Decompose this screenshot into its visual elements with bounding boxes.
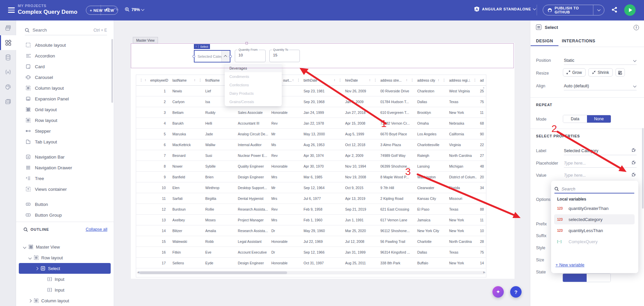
grow-button[interactable]: Grow <box>563 68 586 77</box>
tab-interactions[interactable]: INTERACTIONS <box>562 39 595 43</box>
table-row[interactable]: 5MaruskaJadeAnalog Circuit De...MrMay 13… <box>136 129 486 139</box>
publish-button[interactable]: PUBLISH TO GITHUB <box>543 5 604 15</box>
select-caret-button[interactable] <box>221 51 230 62</box>
sort-icon[interactable]: ↑ <box>438 78 439 82</box>
new-variable-link[interactable]: + New variable <box>555 262 584 267</box>
table-horizontal-scrollbar[interactable]: ◀ ▶ <box>137 271 486 274</box>
selection-handle-right[interactable] <box>229 55 232 58</box>
column-header-address stre...[interactable]: address stre... <box>380 75 414 86</box>
sort-icon[interactable]: ↑ <box>194 78 196 82</box>
label-input[interactable]: Selected Category <box>564 148 637 155</box>
outline-node-select[interactable]: Select <box>19 263 111 274</box>
redo-icon[interactable]: ↷ <box>114 7 118 13</box>
sort-icon[interactable]: ↑ <box>292 78 294 82</box>
rail-item-assets[interactable] <box>0 94 16 109</box>
option-grains-cereals[interactable]: Grains/Cereals <box>225 97 282 106</box>
column-menu-icon[interactable]: ⋮ <box>442 78 446 82</box>
new-view-button[interactable]: + NEW VIEW <box>86 6 118 15</box>
table-row[interactable]: 14BlitzerAmaliaResearch Assista...DrMay … <box>136 225 486 236</box>
rail-item-pages[interactable] <box>0 20 16 35</box>
sort-icon[interactable]: ↑ <box>369 78 371 82</box>
view-tab[interactable]: Master View <box>133 37 158 43</box>
variable-search[interactable]: Search <box>554 185 634 193</box>
component-item-card[interactable]: Card <box>16 61 114 72</box>
column-header-birthDate[interactable]: birthDate <box>304 75 342 86</box>
rail-item-theme[interactable] <box>0 80 16 94</box>
sort-icon[interactable]: ↑ <box>334 78 335 82</box>
help-button[interactable]: ? <box>510 286 522 298</box>
column-menu-icon[interactable]: ⋮ <box>297 78 300 82</box>
table-row[interactable]: 17SellensEydeDesign EngineerHonorableOct… <box>136 258 486 268</box>
outline-node-row-layout[interactable]: Row layout <box>16 252 114 263</box>
option-confections[interactable]: Confections <box>225 81 282 89</box>
sort-icon[interactable]: ↑ <box>469 78 470 82</box>
table-row[interactable]: 1NewisLiefSep 23, 1981Nov 26, 200900 Riv… <box>136 86 486 96</box>
component-search[interactable]: Search Ctrl + E <box>25 25 107 35</box>
ai-assistant-button[interactable]: ✦ <box>492 286 504 298</box>
column-header-address regi...[interactable]: address regi... <box>449 75 477 86</box>
zoom-control[interactable]: 79% <box>125 7 144 12</box>
component-item-views-container[interactable]: Views container <box>16 184 114 194</box>
table-row[interactable]: 15WalewskiRobbLegal AssistantHonorableJu… <box>136 236 486 247</box>
quantity-from-input[interactable]: Quantity From 10 <box>235 50 266 62</box>
scrollbar-thumb[interactable] <box>140 271 287 274</box>
mode-data-option[interactable]: Data <box>563 115 587 123</box>
bind-variable-icon[interactable] <box>631 172 636 177</box>
component-item-row-layout[interactable]: Row layout <box>16 115 114 126</box>
repeat-mode-toggle[interactable]: Data None <box>563 115 611 123</box>
publish-dropdown[interactable] <box>593 5 604 15</box>
column-header-ad[interactable]: ad <box>480 75 486 86</box>
table-row[interactable]: 13AxelbeyMosesProject ManagerMrsFeb 1, 1… <box>136 215 486 225</box>
column-menu-icon[interactable]: ⋮ <box>374 78 377 82</box>
column-menu-icon[interactable]: ⋮ <box>338 78 342 82</box>
sort-icon[interactable]: ↑ <box>145 78 146 82</box>
variable-item-selectedCategory[interactable]: 123selectedCategory <box>554 214 635 224</box>
component-item-button-group[interactable]: Button Group <box>16 210 114 220</box>
design-canvas[interactable]: Master View ↑ Select Selected Category Q… <box>114 20 530 306</box>
table-row[interactable]: 16FitkinEveAccount ExecutiveDrSep 12, 19… <box>136 247 486 258</box>
column-menu-icon[interactable]: ⋮ <box>473 78 477 82</box>
table-row[interactable]: 6MacKettrickWalliwInternal AuditorMsAug … <box>136 139 486 150</box>
selection-handle-left[interactable] <box>193 55 195 58</box>
select-widget[interactable]: Selected Category <box>194 50 230 62</box>
table-row[interactable]: 3BettamRuddySales AssociateHonorableJan … <box>136 107 486 118</box>
column-menu-icon[interactable]: ⋮ <box>411 78 414 82</box>
variable-item-ComplexQuery[interactable]: [···]ComplexQuery <box>554 236 635 247</box>
component-item-button[interactable]: Button <box>16 199 114 210</box>
component-item-absolute-layout[interactable]: Absolute layout <box>16 40 114 50</box>
table-row[interactable]: 10ElenWinthropDesktop Support...MrSep 12… <box>136 182 486 193</box>
component-item-tab-layout[interactable]: Tab Layout <box>16 136 114 147</box>
align-select[interactable]: Auto (default) <box>564 84 637 90</box>
table-row[interactable]: 2CarlyonIsaSep 20, 1968Jan 6, 200901784 … <box>136 96 486 107</box>
resize-handle[interactable] <box>246 42 248 44</box>
table-row[interactable]: 12BurdounRollieResearch Assista...RevFeb… <box>136 204 486 215</box>
component-item-column-layout[interactable]: Column layout <box>16 83 114 93</box>
outline-node-input[interactable]: Input <box>16 274 114 285</box>
outline-node-input[interactable]: Input <box>16 285 114 295</box>
panel-scrollbar[interactable] <box>642 51 644 303</box>
tab-design[interactable]: DESIGN <box>536 39 553 43</box>
option-beverages[interactable]: Beverages <box>225 64 282 72</box>
sort-icon[interactable]: ↑ <box>406 78 408 82</box>
component-item-stepper[interactable]: Stepper <box>16 126 114 136</box>
component-item-navigation-drawer[interactable]: Navigation Drawer <box>16 162 114 173</box>
rail-item-components[interactable] <box>0 35 16 50</box>
outline-node-master-view[interactable]: Master View <box>16 242 114 252</box>
undo-icon[interactable]: ↶ <box>105 7 110 13</box>
component-item-expansion-panel[interactable]: Expansion Panel <box>16 93 114 104</box>
search-icon[interactable] <box>23 227 28 232</box>
table-row[interactable]: 4BarukhHelliAccountant IIIRevJan 22, 197… <box>136 118 486 129</box>
column-header-lastName[interactable]: lastName <box>172 75 202 86</box>
scroll-right-icon[interactable]: ▶ <box>483 271 485 274</box>
framework-selector[interactable]: ANGULAR STANDALONE <box>474 6 536 12</box>
outline-node-column-layout[interactable]: Column layout <box>16 295 114 306</box>
run-preview-button[interactable] <box>624 4 636 16</box>
share-icon[interactable] <box>611 7 618 13</box>
column-header-address city[interactable]: address city <box>417 75 446 86</box>
component-item-navigation-bar[interactable]: Navigation Bar <box>16 151 114 162</box>
table-row[interactable]: 7BesnardSusiNuclear Power E...RevApr 30,… <box>136 150 486 161</box>
state-toggle[interactable] <box>562 273 611 282</box>
variable-item-quantityGreaterThan[interactable]: 123quantityGreaterThan <box>554 203 635 213</box>
component-item-carousel[interactable]: Carousel <box>16 72 114 83</box>
table-row[interactable]: 9BanfieldBrienDesign EngineerMrsMar 6, 1… <box>136 172 486 182</box>
